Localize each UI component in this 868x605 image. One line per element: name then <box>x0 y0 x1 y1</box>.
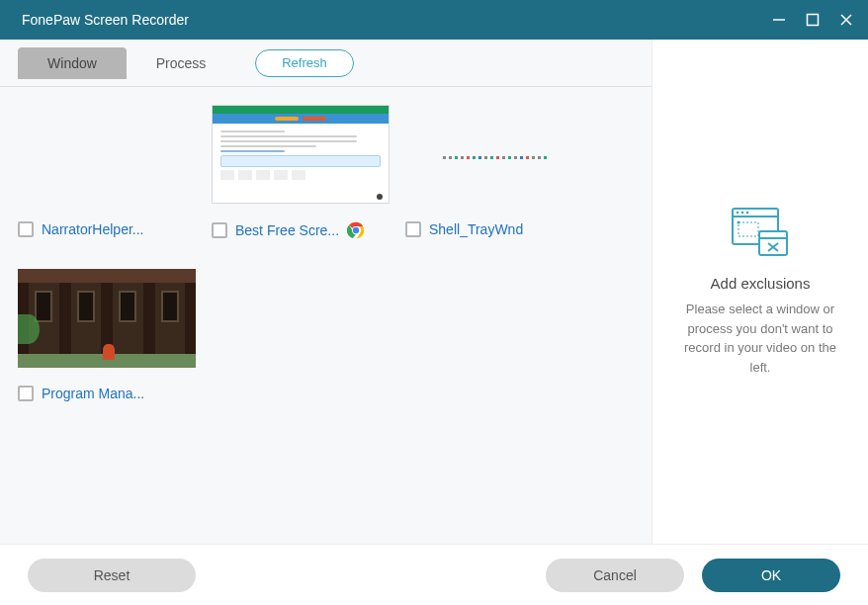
svg-point-11 <box>746 212 749 215</box>
label-program: Program Mana... <box>42 386 144 401</box>
cancel-button[interactable]: Cancel <box>546 559 684 592</box>
left-pane: Window Process Refresh NarratorHelper... <box>0 40 652 544</box>
window-controls <box>771 12 854 28</box>
right-pane: Add exclusions Please select a window or… <box>652 40 868 544</box>
tile-narrator[interactable]: NarratorHelper... <box>18 105 206 267</box>
exclusions-text: Please select a window or process you do… <box>676 300 844 377</box>
checkbox-shell[interactable] <box>405 221 421 237</box>
reset-button-label: Reset <box>94 567 130 583</box>
refresh-button-label: Refresh <box>282 55 327 70</box>
svg-point-10 <box>741 212 744 215</box>
svg-rect-1 <box>808 15 819 26</box>
ok-button-label: OK <box>761 567 781 583</box>
titlebar: FonePaw Screen Recorder <box>0 0 868 40</box>
thumbnail-shell <box>405 105 583 204</box>
tile-shell[interactable]: Shell_TrayWnd <box>405 105 593 267</box>
cancel-button-label: Cancel <box>593 567 637 583</box>
thumbnail-bestfree <box>212 105 390 204</box>
svg-point-13 <box>738 221 740 224</box>
label-shell: Shell_TrayWnd <box>429 221 523 237</box>
thumbnail-narrator <box>18 105 196 204</box>
ok-button[interactable]: OK <box>702 559 840 592</box>
close-icon[interactable] <box>838 12 854 28</box>
thumbnail-program <box>18 269 196 368</box>
svg-point-6 <box>353 227 359 233</box>
chrome-icon <box>347 221 365 239</box>
footer: Reset Cancel OK <box>0 544 868 605</box>
minimize-icon[interactable] <box>771 12 787 28</box>
reset-button[interactable]: Reset <box>28 559 196 592</box>
content-area: Window Process Refresh NarratorHelper... <box>0 40 868 544</box>
maximize-icon[interactable] <box>805 12 821 28</box>
checkbox-bestfree[interactable] <box>212 222 227 238</box>
window-grid: NarratorHelper... <box>0 87 651 544</box>
svg-rect-14 <box>759 231 787 255</box>
checkbox-program[interactable] <box>18 386 34 401</box>
tab-bar: Window Process Refresh <box>0 40 651 87</box>
refresh-button[interactable]: Refresh <box>255 49 354 77</box>
label-narrator: NarratorHelper... <box>42 221 143 237</box>
tab-window[interactable]: Window <box>18 47 127 79</box>
tab-process-label: Process <box>156 55 207 71</box>
svg-rect-12 <box>738 222 758 236</box>
label-bestfree: Best Free Scre... <box>235 222 339 238</box>
checkbox-narrator[interactable] <box>18 221 34 237</box>
app-title: FonePaw Screen Recorder <box>22 12 189 28</box>
tile-bestfree[interactable]: Best Free Scre... <box>212 105 399 267</box>
exclusions-icon <box>732 208 789 257</box>
tab-process[interactable]: Process <box>127 47 235 79</box>
tile-program[interactable]: Program Mana... <box>18 269 206 431</box>
tab-window-label: Window <box>47 55 97 71</box>
exclusions-title: Add exclusions <box>676 275 844 292</box>
svg-point-9 <box>737 212 739 215</box>
